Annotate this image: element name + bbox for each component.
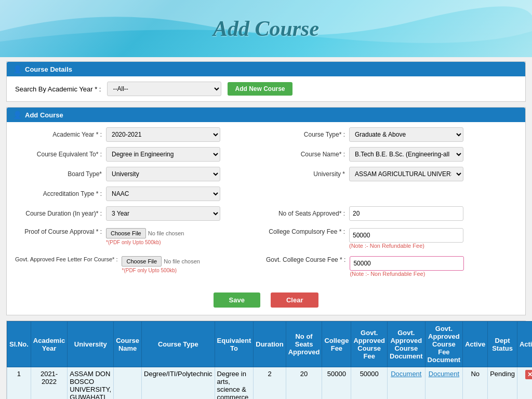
no-of-seats-label: No of Seats Approved* :: [266, 210, 349, 217]
col-academic-year: Academic Year: [31, 322, 67, 367]
course-type-group: Course Type* : Graduate & Above Post Gra…: [266, 127, 517, 142]
cell-active: No: [463, 367, 488, 400]
college-fee-field-wrapper: 50000 (Note :- Non Refundable Fee): [349, 228, 463, 249]
proof-approval-label: Proof of Course Approval * :: [15, 228, 106, 235]
course-details-panel: 👤 Course Details Search By Academic Year…: [6, 61, 526, 102]
search-row: Search By Academic Year * : --All-- 2020…: [7, 76, 525, 101]
proof-choose-file-button[interactable]: Choose File: [106, 228, 146, 238]
cell-equivalent-to: Degree in arts, science & commerce etc a…: [215, 367, 254, 400]
no-of-seats-group: No of Seats Approved* : 20: [266, 206, 517, 221]
govt-fee-doc-link[interactable]: Document: [429, 370, 459, 378]
course-type-select[interactable]: Graduate & Above Post Graduate Diploma: [349, 127, 463, 142]
proof-file-row: Choose File No file chosen: [106, 228, 184, 238]
no-of-seats-input[interactable]: 20: [349, 206, 463, 221]
col-course-name: Course Name: [114, 322, 142, 367]
govt-fee-letter-group: Govt. Approved Fee Letter For Course* : …: [15, 254, 266, 277]
cell-duration: 2: [254, 367, 286, 400]
university-label: University *: [266, 170, 349, 178]
course-duration-group: Course Duration (In year)* : 1 Year 2 Ye…: [15, 206, 266, 221]
search-academic-year-label: Search By Academic Year * :: [15, 85, 101, 93]
university-select[interactable]: ASSAM AGRICULTURAL UNIVERSITY; JORH GAUH…: [349, 167, 463, 181]
college-fee-group: College Compulsory Fee * : 50000 (Note :…: [266, 226, 517, 249]
page-title: Add Course: [213, 16, 319, 41]
board-type-select[interactable]: University Board Council: [106, 167, 220, 181]
clear-button[interactable]: Clear: [271, 292, 319, 308]
govt-college-fee-note: (Note :- Non Refundable Fee): [350, 271, 464, 277]
proof-file-name: No file chosen: [148, 230, 184, 236]
add-course-title: Add Course: [25, 111, 63, 119]
cell-dept-status: Pending: [488, 367, 517, 400]
empty-group-1: [266, 187, 517, 201]
cell-govt-fee-doc[interactable]: Document: [425, 367, 463, 400]
cell-action[interactable]: ✕: [517, 367, 532, 400]
college-fee-input[interactable]: 50000: [349, 228, 463, 243]
proof-file-wrapper: Choose File No file chosen *(PDF only Up…: [106, 228, 184, 245]
cell-govt-doc[interactable]: Document: [388, 367, 425, 400]
add-course-form: Academic Year * : 2020-2021 2021-2022 20…: [7, 122, 525, 287]
add-course-header: 👤 Add Course: [7, 108, 525, 122]
course-details-header: 👤 Course Details: [7, 62, 525, 76]
govt-file-row: Choose File No file chosen: [122, 256, 200, 267]
proof-approval-group: Proof of Course Approval * : Choose File…: [15, 226, 266, 249]
save-button[interactable]: Save: [214, 292, 260, 308]
header-banner: Add Course: [0, 0, 532, 57]
course-details-title: Course Details: [25, 65, 72, 73]
academic-year-label: Academic Year * :: [15, 131, 106, 138]
academic-year-select[interactable]: 2020-2021 2021-2022 2022-2023: [106, 127, 220, 142]
person-icon: 👤: [13, 65, 22, 73]
college-fee-label: College Compulsory Fee * :: [266, 228, 349, 235]
add-course-panel: 👤 Add Course Academic Year * : 2020-2021…: [6, 107, 526, 315]
add-new-course-button[interactable]: Add New Course: [228, 82, 292, 96]
col-no-seats: No of Seats Approved: [286, 322, 322, 367]
delete-button[interactable]: ✕: [525, 370, 532, 379]
college-fee-note: (Note :- Non Refundable Fee): [349, 243, 463, 249]
course-duration-select[interactable]: 1 Year 2 Year 3 Year 4 Year 5 Year: [106, 206, 220, 221]
accreditation-label: Accreditation Type * :: [15, 190, 106, 197]
course-name-select[interactable]: B.Tech B.E. B.Sc. (Engineering-all branc…: [349, 147, 463, 162]
data-table-panel: Sl.No. Academic Year University Course N…: [6, 321, 526, 399]
accreditation-select[interactable]: NAAC NBA NABL None: [106, 187, 220, 201]
govt-file-name: No file chosen: [164, 258, 200, 264]
cell-govt-fee: 50000: [351, 367, 388, 400]
course-equivalent-group: Course Equivalent To* : Degree in Engine…: [15, 147, 266, 162]
govt-fee-letter-label: Govt. Approved Fee Letter For Course* :: [15, 256, 122, 262]
board-type-label: Board Type*: [15, 170, 106, 178]
course-table: Sl.No. Academic Year University Course N…: [7, 321, 532, 399]
proof-file-note: *(PDF only Upto 500kb): [106, 240, 184, 245]
govt-doc-link[interactable]: Document: [391, 370, 421, 378]
cell-slno: 1: [7, 367, 31, 400]
table-row: 1 2021-2022 ASSAM DON BOSCO UNIVERSITY, …: [7, 367, 533, 400]
person-icon-2: 👤: [13, 111, 22, 119]
col-govt-doc: Govt. Approved Course Document: [388, 322, 425, 367]
col-dept-status: Dept Status: [488, 322, 517, 367]
col-govt-fee: Govt. Approved Course Fee: [351, 322, 388, 367]
course-equivalent-select[interactable]: Degree in Engineering Degree in Arts Dip…: [106, 147, 220, 162]
cell-academic-year: 2021-2022: [31, 367, 67, 400]
cell-course-type: Degree/ITI/Polytechnic: [142, 367, 215, 400]
search-academic-year-select[interactable]: --All-- 2020-2021 2021-2022 2022-2023: [107, 82, 221, 96]
govt-college-fee-label: Govt. College Course Fee * :: [266, 256, 350, 263]
accreditation-group: Accreditation Type * : NAAC NBA NABL Non…: [15, 187, 266, 201]
col-equivalent-to: Equivalent To: [215, 322, 254, 367]
col-govt-fee-doc: Govt. Approved Course Fee Document: [425, 322, 463, 367]
govt-college-fee-field-wrapper: 50000 (Note :- Non Refundable Fee): [350, 256, 464, 277]
table-header-row: Sl.No. Academic Year University Course N…: [7, 322, 533, 367]
col-active: Active: [463, 322, 488, 367]
course-duration-label: Course Duration (In year)* :: [15, 210, 106, 217]
academic-year-group: Academic Year * : 2020-2021 2021-2022 20…: [15, 127, 266, 142]
govt-choose-file-button[interactable]: Choose File: [122, 256, 162, 267]
col-slno: Sl.No.: [7, 322, 31, 367]
col-course-type: Course Type: [142, 322, 215, 367]
col-college-fee: College Fee: [322, 322, 351, 367]
govt-file-note: *(PDF only Upto 500kb): [122, 268, 200, 273]
course-name-label: Course Name* :: [266, 151, 349, 158]
cell-university: ASSAM DON BOSCO UNIVERSITY, GUWAHATI: [68, 367, 114, 400]
col-action: Action: [517, 322, 532, 367]
col-duration: Duration: [254, 322, 286, 367]
govt-college-fee-input[interactable]: 50000: [350, 256, 464, 271]
govt-file-wrapper: Choose File No file chosen *(PDF only Up…: [122, 256, 200, 273]
course-name-group: Course Name* : B.Tech B.E. B.Sc. (Engine…: [266, 147, 517, 162]
course-equivalent-label: Course Equivalent To* :: [15, 151, 106, 158]
university-group: University * ASSAM AGRICULTURAL UNIVERSI…: [266, 167, 517, 181]
cell-course-name: [114, 367, 142, 400]
